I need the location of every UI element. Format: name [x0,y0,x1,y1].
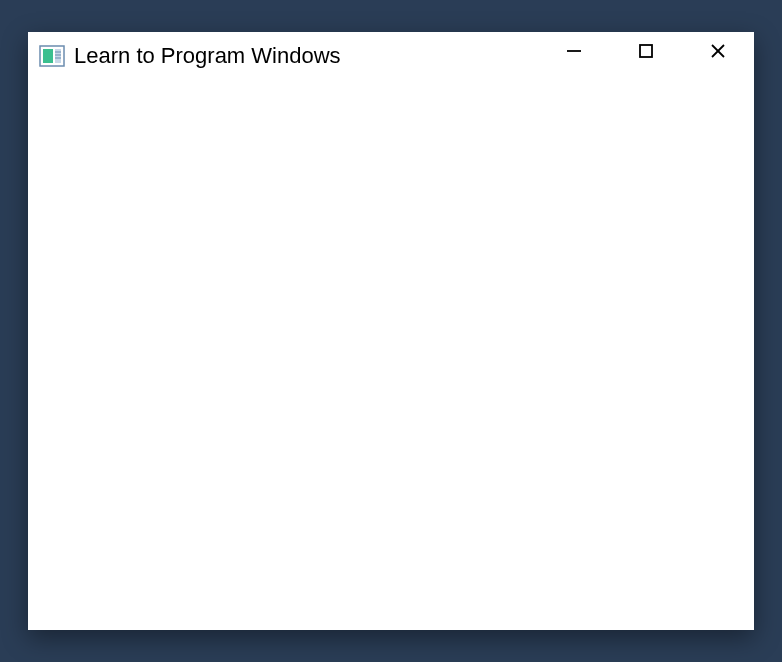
window-title: Learn to Program Windows [74,43,538,69]
close-icon [708,41,728,64]
svg-rect-7 [640,45,652,57]
svg-rect-1 [43,49,53,63]
client-area [28,80,754,630]
titlebar[interactable]: Learn to Program Windows [28,32,754,80]
minimize-icon [564,41,584,64]
maximize-button[interactable] [610,32,682,72]
svg-rect-2 [55,49,61,63]
minimize-button[interactable] [538,32,610,72]
window-controls [538,32,754,80]
app-window: Learn to Program Windows [28,32,754,630]
app-icon [38,42,66,70]
maximize-icon [636,41,656,64]
close-button[interactable] [682,32,754,72]
